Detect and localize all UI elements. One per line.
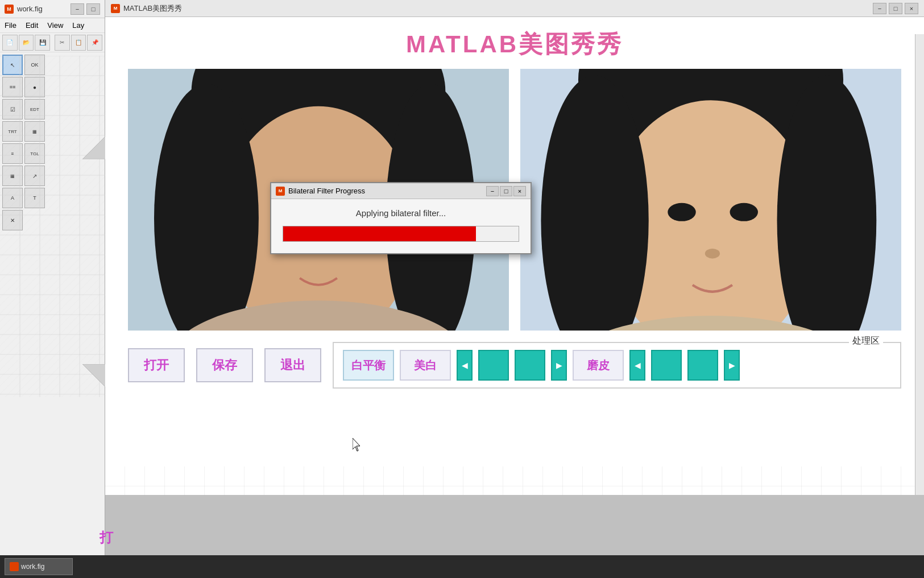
prev-btn-2[interactable]: ◀ [629,350,645,381]
teal-btn-1a[interactable] [478,350,509,381]
beauty-button[interactable]: 美白 [400,350,451,381]
matlab-icon: M [5,5,14,14]
matlab-titlebar: M work.fig − □ [0,0,105,18]
process-area-label: 处理区 [849,335,883,347]
exit-button[interactable]: 退出 [264,348,321,382]
matlab-outer-panel: M work.fig − □ File Edit View Lay 📄 📂 💾 … [0,0,105,578]
dialog-close-btn[interactable]: × [513,186,526,196]
dialog-title: Bilateral Filter Progress [288,187,365,195]
main-maximize-btn[interactable]: □ [889,3,902,14]
menu-file[interactable]: File [2,20,19,31]
bottom-grid [105,466,924,495]
menu-view[interactable]: View [45,20,65,31]
svg-point-48 [705,249,720,258]
taskbar-label: work.fig [21,563,44,571]
process-area: 处理区 白平衡 美白 ◀ ▶ 磨皮 ◀ ▶ [333,342,901,389]
face-right-svg [520,69,901,331]
teal-btn-2a[interactable] [651,350,682,381]
toolbar-paste[interactable]: 📌 [87,35,102,51]
save-button[interactable]: 保存 [196,348,253,382]
main-window: M MATLAB美图秀秀 − □ × MATLAB美图秀秀 [105,0,924,495]
prev-btn-1[interactable]: ◀ [457,350,473,381]
dialog-icon: M [276,187,285,196]
toolbar-copy[interactable]: 📋 [71,35,86,51]
dialog-message: Applying bilateral filter... [283,208,519,218]
teal-btn-1b[interactable] [515,350,545,381]
matlab-menubar: File Edit View Lay [0,18,105,33]
progress-bar-remaining [476,226,519,241]
outer-maximize-btn[interactable]: □ [86,3,100,15]
outer-minimize-btn[interactable]: − [71,3,84,15]
menu-lay[interactable]: Lay [70,20,86,31]
taskbar-icon [10,562,19,571]
skin-button[interactable]: 磨皮 [573,350,624,381]
taskbar: work.fig [0,555,924,578]
main-minimize-btn[interactable]: − [873,3,886,14]
toolbar-save[interactable]: 💾 [35,35,50,51]
matlab-title: work.fig [17,5,43,13]
progress-dialog: M Bilateral Filter Progress − □ × Applyi… [270,182,532,254]
next-btn-1[interactable]: ▶ [551,350,567,381]
bottom-grid-svg [105,466,924,495]
open-button[interactable]: 打开 [128,348,185,382]
main-close-btn[interactable]: × [905,3,918,14]
bottom-controls: 打开 保存 退出 处理区 白平衡 美白 ◀ ▶ 磨皮 ◀ [105,331,924,400]
main-titlebar: M MATLAB美图秀秀 − □ × [105,0,924,17]
grid-squares [0,56,105,397]
main-title: MATLAB美图秀秀 [123,3,182,14]
toolbar-open[interactable]: 📂 [19,35,34,51]
matlab-toolbar: 📄 📂 💾 ✂ 📋 📌 [0,33,105,52]
svg-rect-52 [105,466,924,495]
svg-point-46 [668,203,696,221]
toolbar-new[interactable]: 📄 [2,35,18,51]
progress-bar-container [283,226,519,242]
main-icon: M [111,4,120,13]
dialog-body: Applying bilateral filter... [271,199,531,253]
toolbar-cut[interactable]: ✂ [55,35,70,51]
app-content: MATLAB美图秀秀 [105,17,924,495]
svg-point-47 [730,203,759,221]
scrollbar-right[interactable] [915,34,924,495]
menu-edit[interactable]: Edit [23,20,40,31]
next-btn-2[interactable]: ▶ [724,350,740,381]
teal-btn-2b[interactable] [687,350,718,381]
image-processed [520,69,901,331]
dialog-minimize-btn[interactable]: − [486,186,499,196]
progress-bar-fill [283,226,476,241]
whitening-button[interactable]: 白平衡 [343,350,394,381]
dialog-titlebar: M Bilateral Filter Progress − □ × [271,183,531,199]
app-title: MATLAB美图秀秀 [105,17,924,69]
process-buttons: 白平衡 美白 ◀ ▶ 磨皮 ◀ ▶ [343,350,891,381]
left-annotation: 打 [100,529,113,547]
dialog-restore-btn[interactable]: □ [500,186,512,196]
taskbar-item[interactable]: work.fig [5,558,73,575]
